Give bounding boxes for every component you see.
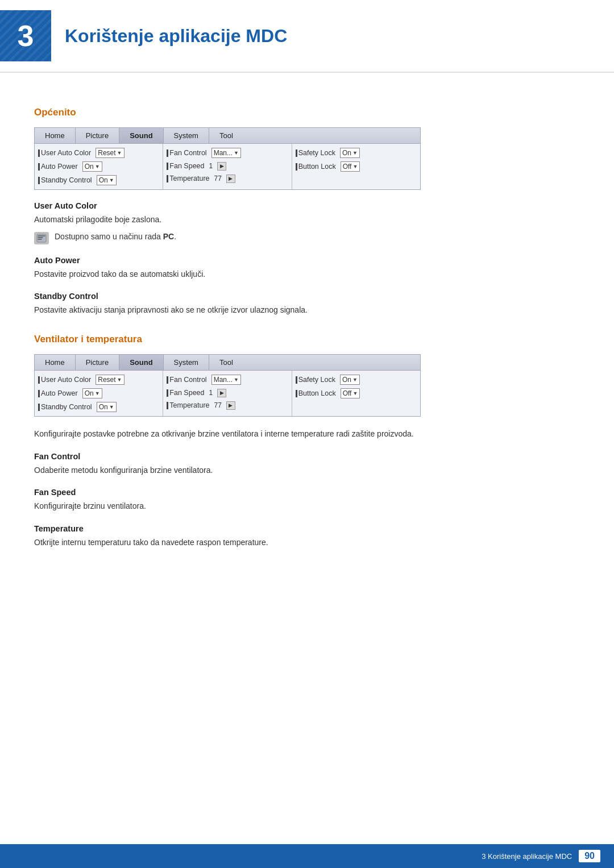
bar-icon bbox=[167, 163, 168, 170]
bar-icon bbox=[167, 175, 168, 182]
buttonlock2-dropdown[interactable]: Off ▼ bbox=[341, 388, 360, 398]
dropdown-caret: ▼ bbox=[109, 404, 114, 410]
dropdown-caret: ▼ bbox=[109, 177, 114, 183]
fanspeed2-arrow[interactable]: ▶ bbox=[217, 389, 226, 397]
fancontrol-dropdown[interactable]: Man... ▼ bbox=[211, 148, 241, 158]
table-row: Fan Control Man... ▼ bbox=[163, 373, 291, 387]
standby-dropdown[interactable]: On ▼ bbox=[97, 175, 117, 185]
tab2-sound[interactable]: Sound bbox=[119, 355, 163, 370]
tab2-tool[interactable]: Tool bbox=[209, 355, 243, 370]
bar-icon bbox=[167, 389, 168, 397]
table-row: Auto Power On ▼ bbox=[35, 160, 163, 173]
autopower-dropdown[interactable]: On ▼ bbox=[82, 161, 102, 172]
bar-icon bbox=[296, 163, 297, 171]
table-row: Standby Control On ▼ bbox=[35, 400, 163, 414]
auto-power-desc: Postavite proizvod tako da se automatski… bbox=[34, 268, 580, 281]
chapter-number: 3 bbox=[18, 19, 34, 53]
dropdown-caret: ▼ bbox=[352, 150, 358, 156]
temperature2-arrow[interactable]: ▶ bbox=[226, 401, 235, 410]
section1-heading: Općenito bbox=[34, 107, 580, 118]
temperature-desc: Otkrijte internu temperaturu tako da nav… bbox=[34, 537, 580, 549]
table-row: Auto Power On ▼ bbox=[35, 387, 163, 400]
standby-control-heading: Standby Control bbox=[34, 292, 580, 301]
table2-tabs: Home Picture Sound System Tool bbox=[35, 355, 420, 371]
user-auto-color-heading: User Auto Color bbox=[34, 201, 580, 210]
bar-icon bbox=[38, 163, 40, 171]
buttonlock-dropdown[interactable]: Off ▼ bbox=[341, 161, 360, 172]
bar-icon bbox=[38, 376, 40, 384]
svg-rect-0 bbox=[37, 234, 46, 242]
autopower2-dropdown[interactable]: On ▼ bbox=[82, 388, 102, 398]
dropdown-caret: ▼ bbox=[234, 377, 239, 383]
table1-col3: Safety Lock On ▼ Button Lock Off ▼ bbox=[292, 144, 420, 189]
footer-page-number: 90 bbox=[579, 850, 600, 862]
bar-icon bbox=[38, 390, 40, 397]
reset-dropdown[interactable]: Reset ▼ bbox=[96, 148, 124, 158]
bar-icon bbox=[296, 149, 297, 157]
table2-col2: Fan Control Man... ▼ Fan Speed 1 ▶ Tempe… bbox=[163, 371, 292, 416]
table-row: User Auto Color Reset ▼ bbox=[35, 373, 163, 387]
note-icon bbox=[34, 232, 49, 244]
tab2-system[interactable]: System bbox=[164, 355, 209, 370]
temperature-heading: Temperature bbox=[34, 524, 580, 533]
table-row: Button Lock Off ▼ bbox=[292, 387, 420, 400]
bar-icon bbox=[38, 149, 40, 157]
fanspeed-arrow[interactable]: ▶ bbox=[217, 162, 226, 171]
tab1-home[interactable]: Home bbox=[35, 128, 76, 143]
dropdown-caret: ▼ bbox=[352, 164, 358, 169]
dropdown-caret: ▼ bbox=[117, 377, 122, 383]
table1-body: User Auto Color Reset ▼ Auto Power On ▼ … bbox=[35, 144, 420, 189]
safetylock2-dropdown[interactable]: On ▼ bbox=[340, 375, 360, 385]
note-row: Dostupno samo u načinu rada PC. bbox=[34, 232, 580, 244]
dropdown-caret: ▼ bbox=[352, 377, 358, 383]
tab1-sound[interactable]: Sound bbox=[119, 128, 163, 143]
table1-col1: User Auto Color Reset ▼ Auto Power On ▼ … bbox=[35, 144, 163, 189]
tab1-tool[interactable]: Tool bbox=[209, 128, 243, 143]
page-footer: 3 Korištenje aplikacije MDC 90 bbox=[0, 844, 614, 868]
dropdown-caret: ▼ bbox=[95, 164, 100, 169]
dropdown-caret: ▼ bbox=[95, 391, 100, 396]
table2-col3: Safety Lock On ▼ Button Lock Off ▼ bbox=[292, 371, 420, 416]
fan-control-desc: Odaberite metodu konfiguriranja brzine v… bbox=[34, 464, 580, 477]
table1: Home Picture Sound System Tool User Auto… bbox=[34, 127, 421, 190]
table-row: Temperature 77 ▶ bbox=[163, 172, 291, 185]
table-row: Standby Control On ▼ bbox=[35, 173, 163, 187]
table1-col2: Fan Control Man... ▼ Fan Speed 1 ▶ Tempe… bbox=[163, 144, 292, 189]
bar-icon bbox=[167, 402, 168, 409]
standby-control-desc: Postavite aktivaciju stanja pripravnosti… bbox=[34, 304, 580, 317]
user-auto-color-desc: Automatski prilagodite boje zaslona. bbox=[34, 214, 580, 226]
bar-icon bbox=[296, 390, 297, 397]
chapter-number-box: 3 bbox=[0, 10, 51, 61]
table-row: Fan Speed 1 ▶ bbox=[163, 387, 291, 399]
note-text: Dostupno samo u načinu rada PC. bbox=[55, 232, 176, 241]
dropdown-caret: ▼ bbox=[352, 391, 358, 396]
bar-icon bbox=[167, 376, 168, 384]
table-row: Safety Lock On ▼ bbox=[292, 146, 420, 160]
bar-icon bbox=[38, 404, 40, 411]
tab2-home[interactable]: Home bbox=[35, 355, 76, 370]
page-header: 3 Korištenje aplikacije MDC bbox=[0, 0, 614, 73]
table-row: User Auto Color Reset ▼ bbox=[35, 146, 163, 160]
tab2-picture[interactable]: Picture bbox=[76, 355, 119, 370]
tab1-picture[interactable]: Picture bbox=[76, 128, 119, 143]
temperature-arrow[interactable]: ▶ bbox=[226, 175, 235, 183]
table2-col1: User Auto Color Reset ▼ Auto Power On ▼ … bbox=[35, 371, 163, 416]
fan-speed-heading: Fan Speed bbox=[34, 488, 580, 497]
table2: Home Picture Sound System Tool User Auto… bbox=[34, 354, 421, 417]
footer-text: 3 Korištenje aplikacije MDC bbox=[482, 852, 572, 861]
table1-tabs: Home Picture Sound System Tool bbox=[35, 128, 420, 144]
reset2-dropdown[interactable]: Reset ▼ bbox=[96, 375, 124, 385]
safetylock-dropdown[interactable]: On ▼ bbox=[340, 148, 360, 158]
standby2-dropdown[interactable]: On ▼ bbox=[97, 402, 117, 412]
table-row: Button Lock Off ▼ bbox=[292, 160, 420, 173]
section2-heading: Ventilator i temperatura bbox=[34, 334, 580, 345]
dropdown-caret: ▼ bbox=[234, 150, 239, 156]
tab1-system[interactable]: System bbox=[164, 128, 209, 143]
fan-speed-desc: Konfigurirajte brzinu ventilatora. bbox=[34, 500, 580, 513]
chapter-title: Korištenje aplikacije MDC bbox=[65, 26, 287, 47]
table-row: Fan Control Man... ▼ bbox=[163, 146, 291, 160]
fan-control-heading: Fan Control bbox=[34, 452, 580, 461]
fancontrol2-dropdown[interactable]: Man... ▼ bbox=[211, 375, 241, 385]
table-row: Fan Speed 1 ▶ bbox=[163, 160, 291, 172]
section2-desc: Konfigurirajte postavke potrebne za otkr… bbox=[34, 428, 580, 441]
